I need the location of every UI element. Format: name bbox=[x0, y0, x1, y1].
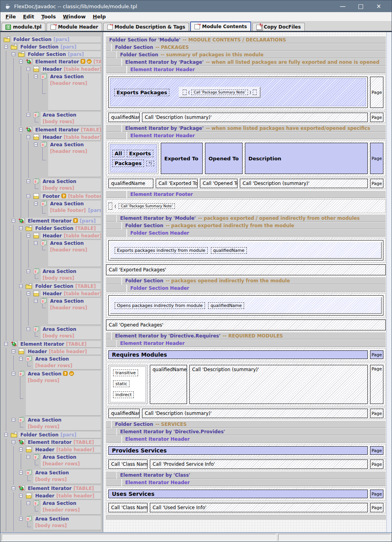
modifier-chip[interactable]: transitive bbox=[113, 370, 138, 376]
menu-edit[interactable]: Edit bbox=[20, 13, 38, 20]
tree-node[interactable]: Folder Section[pars] bbox=[0, 36, 102, 43]
tree-expand-handle[interactable]: − bbox=[34, 202, 38, 205]
body-cell[interactable]: Call 'Exported To' bbox=[156, 179, 198, 188]
tree-expand-handle[interactable]: − bbox=[27, 135, 30, 139]
tree-expand-handle[interactable]: − bbox=[12, 52, 15, 56]
body-cell[interactable]: Call 'Provided Service Info' bbox=[150, 459, 368, 469]
tree-node-label-box[interactable]: Area Section[body rows] bbox=[25, 416, 101, 431]
tree-node-label-box[interactable]: Header[table header] bbox=[40, 134, 101, 141]
tree-node-label-box[interactable]: Area Section[header rows] bbox=[48, 141, 101, 177]
tree-expand-handle[interactable]: − bbox=[19, 357, 23, 361]
tree-node-label-box[interactable]: Folder Section[pars] bbox=[11, 36, 101, 43]
menu-tools[interactable]: Tools bbox=[38, 13, 59, 20]
modifier-chip[interactable]: static bbox=[113, 380, 129, 387]
tree-node[interactable]: −Area Section[header rows] bbox=[0, 73, 102, 111]
vertical-scrollbar[interactable] bbox=[387, 32, 392, 532]
body-cell[interactable]: Call 'Description (summary)' bbox=[142, 409, 368, 418]
band-title-cell[interactable]: Requires Modules bbox=[108, 350, 368, 359]
tree-node[interactable]: −Area Section[body rows] bbox=[0, 268, 102, 283]
section-title-bar[interactable]: Folder Section-- packages exported indir… bbox=[106, 222, 386, 229]
tree-node[interactable]: −Area Section[header rows] bbox=[0, 298, 102, 326]
tree-node-label-box[interactable]: Header[table header] bbox=[40, 232, 101, 239]
section-title-bar[interactable]: Element Iterator by 'Directive.Provides' bbox=[106, 428, 386, 435]
tree-node-label-box[interactable]: Header[table header] bbox=[25, 348, 101, 355]
tree-expand-handle[interactable]: − bbox=[12, 350, 15, 353]
tree-node-label-box[interactable]: Area Section[header rows] bbox=[48, 240, 101, 267]
tree-node[interactable]: −Header[table header] bbox=[0, 232, 102, 240]
menu-help[interactable]: Help bbox=[89, 13, 109, 20]
tree-node[interactable]: −Element Iterator?[pars] bbox=[0, 217, 102, 225]
tree-expand-handle[interactable]: − bbox=[27, 234, 30, 237]
body-cell[interactable]: Call 'Class Name' bbox=[108, 503, 147, 512]
tree-node[interactable]: −Area Section[body rows] bbox=[0, 178, 102, 193]
call-cell[interactable]: Call 'Opened Packages' bbox=[106, 319, 386, 330]
band-title-cell[interactable]: Provides Services bbox=[108, 446, 368, 455]
body-cell[interactable]: Call 'Class Name' bbox=[108, 459, 147, 469]
column-header-cell[interactable]: Exported To bbox=[161, 143, 203, 174]
tree-node[interactable]: −Header[table header] bbox=[0, 134, 102, 141]
band-title-cell[interactable]: Uses Services bbox=[108, 490, 368, 498]
tree-expand-handle[interactable]: − bbox=[12, 418, 15, 422]
tree-node[interactable]: −Header[table header] bbox=[0, 348, 102, 355]
tree-expand-handle[interactable]: − bbox=[12, 440, 15, 444]
tree-expand-handle[interactable]: − bbox=[34, 299, 38, 303]
help-badge-icon[interactable]: ? bbox=[63, 371, 68, 376]
tree-node-label-box[interactable]: Area Section[body rows] bbox=[40, 178, 101, 192]
tree-node-label-box[interactable]: Folder Section[pars] bbox=[18, 43, 101, 50]
help-badge-icon[interactable]: ? bbox=[73, 218, 78, 223]
tree-expand-handle[interactable]: − bbox=[4, 45, 8, 48]
tree-expand-handle[interactable]: − bbox=[4, 433, 8, 436]
section-title-bar[interactable]: Element Iterator Header bbox=[106, 132, 386, 139]
section-title-bar[interactable]: Element Iterator Header bbox=[106, 66, 386, 73]
corner-chip[interactable]: *) bbox=[146, 161, 154, 166]
section-title-bar[interactable]: Folder Section Header bbox=[106, 284, 386, 292]
tree-expand-handle[interactable]: − bbox=[12, 219, 15, 223]
maximize-button[interactable]: □ bbox=[352, 0, 370, 12]
section-title-bar[interactable]: Element Iterator by 'Class' bbox=[106, 471, 386, 479]
tree-node[interactable]: −Area Section[header rows] bbox=[0, 141, 102, 178]
menu-window[interactable]: Window bbox=[59, 13, 89, 20]
folder-title-chip[interactable]: Exports packages indirectly from module bbox=[115, 247, 208, 254]
tree-expand-handle[interactable]: − bbox=[19, 494, 23, 497]
section-title-bar[interactable]: Element Iterator by 'Directive.Requires'… bbox=[106, 332, 386, 339]
section-title-bar[interactable]: Folder Section-- SERVICES bbox=[106, 420, 386, 428]
body-cell[interactable]: qualifiedName bbox=[108, 179, 153, 188]
section-title-bar[interactable]: Folder Section Header bbox=[106, 229, 386, 237]
tree-expand-handle[interactable]: − bbox=[27, 269, 30, 273]
tree-expand-handle[interactable]: − bbox=[34, 241, 38, 245]
tree-expand-handle[interactable]: − bbox=[27, 455, 30, 459]
body-cell[interactable]: qualifiedName bbox=[108, 113, 140, 122]
header-main-cell[interactable]: Exports Packages(Call 'Package Summary N… bbox=[108, 77, 368, 108]
tree-node-label-box[interactable]: Footer?[table footer] bbox=[40, 193, 101, 200]
tree-expand-handle[interactable]: − bbox=[34, 75, 38, 78]
tree-expand-handle[interactable]: − bbox=[19, 517, 23, 520]
body-cell[interactable]: Call 'Used Service Info' bbox=[150, 503, 368, 512]
tree-expand-handle[interactable]: − bbox=[34, 143, 38, 146]
tree-node-label-box[interactable]: Area Section[body rows] bbox=[40, 111, 101, 126]
tree-node-label-box[interactable]: Folder Section[TABLE] bbox=[33, 283, 101, 290]
tree-node[interactable]: −Folder Section[pars] bbox=[0, 431, 102, 439]
tree-node-label-box[interactable]: Element Iterator[TABLE] bbox=[33, 126, 101, 133]
section-title-bar[interactable]: Element Iterator by 'Package'-- when som… bbox=[106, 124, 386, 132]
tree-node-label-box[interactable]: Folder Section[pars] bbox=[18, 431, 101, 438]
tree-node[interactable]: −Element Iterator[TABLE] bbox=[0, 485, 102, 492]
tree-node[interactable]: −Area Section[body rows] bbox=[0, 515, 102, 531]
column-header-cell[interactable]: Opened To bbox=[205, 143, 243, 174]
section-title-bar[interactable]: Folder Section for 'Module'-- MODULE CON… bbox=[106, 36, 386, 43]
tree-node[interactable]: −Element Iterator[TABLE] bbox=[0, 439, 102, 446]
section-title-bar[interactable]: Element Iterator Header bbox=[106, 435, 386, 443]
tree-node-label-box[interactable]: Folder Section[pars] bbox=[25, 51, 101, 58]
tree-expand-handle[interactable]: − bbox=[19, 60, 23, 63]
tree-node[interactable]: −Folder Section[TABLE] bbox=[0, 283, 102, 290]
tree-expand-handle[interactable]: − bbox=[12, 372, 15, 375]
section-title-bar[interactable]: Element Iterator Header bbox=[106, 479, 386, 486]
tree-node-label-box[interactable]: Area Section[body rows] bbox=[33, 469, 101, 484]
tree-node[interactable]: −Area Section[header rows] bbox=[0, 500, 102, 515]
tree-node[interactable]: −Element Iterator[TABLE] bbox=[0, 341, 102, 348]
section-title-bar[interactable]: Element Iterator Footer bbox=[106, 190, 386, 198]
tree-node[interactable]: −Folder Section[pars] bbox=[0, 51, 102, 58]
tree-expand-handle[interactable]: − bbox=[27, 179, 30, 183]
tree-node[interactable]: −Area Section?↩[body rows] bbox=[0, 370, 102, 416]
section-title-bar[interactable]: Element Iterator by 'Package'-- when all… bbox=[106, 58, 386, 66]
tree-node-label-box[interactable]: Area Section?↩[body rows] bbox=[25, 370, 101, 416]
